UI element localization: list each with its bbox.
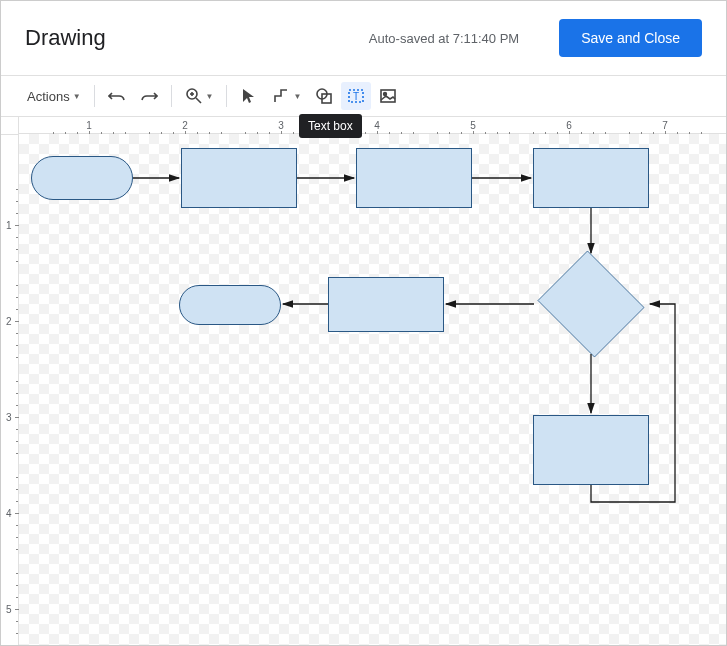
flowchart-end-shape[interactable] — [179, 285, 281, 325]
actions-menu-button[interactable]: Actions ▼ — [21, 84, 87, 109]
cursor-icon — [240, 87, 258, 105]
svg-text:T: T — [353, 91, 359, 102]
redo-icon — [140, 87, 158, 105]
toolbar: Actions ▼ ▼ ▼ T — [1, 76, 726, 116]
flowchart-start-shape[interactable] — [31, 156, 133, 200]
flowchart-decision-shape[interactable] — [534, 254, 648, 354]
ruler-corner — [1, 117, 19, 135]
flowchart-process-shape[interactable] — [328, 277, 444, 332]
separator — [94, 85, 95, 107]
line-icon — [272, 87, 290, 105]
shape-icon — [315, 87, 333, 105]
workspace: 12345 — [1, 134, 726, 645]
flowchart-process-shape[interactable] — [356, 148, 472, 208]
dialog-title: Drawing — [25, 25, 106, 51]
flowchart-process-shape[interactable] — [533, 148, 649, 208]
drawing-dialog: Drawing Auto-saved at 7:11:40 PM Save an… — [0, 0, 727, 646]
drawing-canvas[interactable] — [19, 134, 726, 645]
horizontal-ruler: 1234567 — [1, 116, 726, 134]
chevron-down-icon: ▼ — [206, 92, 214, 101]
undo-button[interactable] — [102, 82, 132, 110]
undo-icon — [108, 87, 126, 105]
select-tool-button[interactable] — [234, 82, 264, 110]
svg-line-1 — [196, 98, 201, 103]
flowchart-process-shape[interactable] — [181, 148, 297, 208]
svg-rect-8 — [381, 90, 395, 102]
image-icon — [379, 87, 397, 105]
separator — [171, 85, 172, 107]
vertical-ruler: 12345 — [1, 134, 19, 645]
separator — [226, 85, 227, 107]
connector-layer — [19, 134, 726, 645]
tooltip: Text box — [299, 114, 362, 138]
flowchart-process-shape[interactable] — [533, 415, 649, 485]
shape-tool-button[interactable] — [309, 82, 339, 110]
redo-button[interactable] — [134, 82, 164, 110]
actions-label: Actions — [27, 89, 70, 104]
line-tool-button[interactable]: ▼ — [266, 82, 307, 110]
zoom-icon — [185, 87, 203, 105]
text-box-icon: T — [347, 87, 365, 105]
image-tool-button[interactable] — [373, 82, 403, 110]
save-and-close-button[interactable]: Save and Close — [559, 19, 702, 57]
chevron-down-icon: ▼ — [73, 92, 81, 101]
dialog-header: Drawing Auto-saved at 7:11:40 PM Save an… — [1, 1, 726, 76]
chevron-down-icon: ▼ — [293, 92, 301, 101]
autosave-status: Auto-saved at 7:11:40 PM — [369, 31, 519, 46]
zoom-button[interactable]: ▼ — [179, 82, 220, 110]
svg-point-9 — [384, 93, 387, 96]
text-box-tool-button[interactable]: T — [341, 82, 371, 110]
